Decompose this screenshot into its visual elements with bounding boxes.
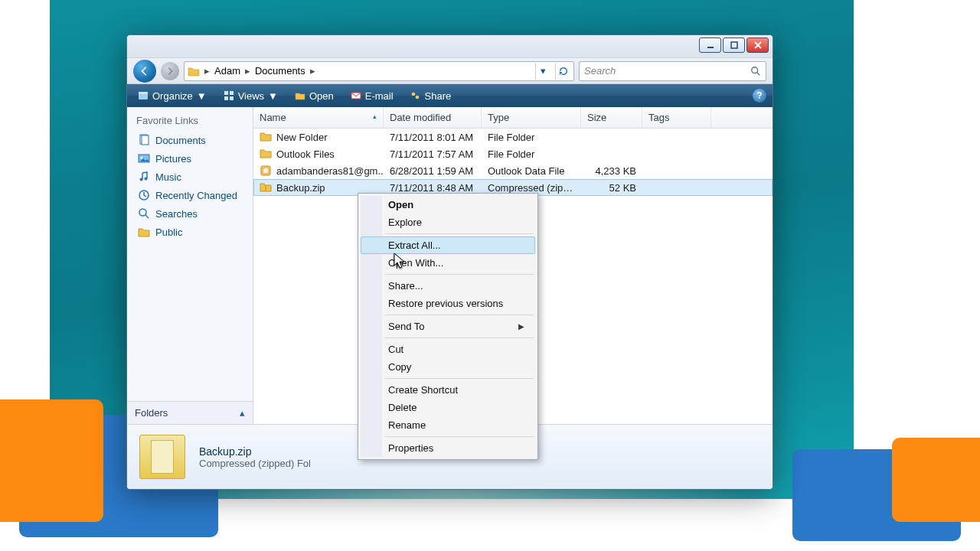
column-headers[interactable]: Name Date modified Type Size Tags: [253, 107, 773, 129]
col-tags[interactable]: Tags: [642, 107, 711, 128]
sidebar: Favorite Links DocumentsPicturesMusicRec…: [127, 107, 253, 424]
svg-point-10: [411, 93, 415, 96]
search-placeholder: Search: [584, 65, 750, 77]
svg-rect-6: [230, 91, 234, 95]
context-item-send-to[interactable]: Send To▶: [361, 318, 535, 335]
views-button[interactable]: Views▼: [219, 88, 283, 104]
zip-icon: [260, 181, 272, 194]
context-menu[interactable]: OpenExploreExtract All...Open With...Sha…: [358, 193, 538, 460]
context-separator: [385, 337, 534, 338]
col-date[interactable]: Date modified: [384, 107, 482, 128]
share-icon: [410, 90, 421, 101]
refresh-button[interactable]: [555, 63, 570, 80]
svg-rect-0: [707, 47, 714, 48]
file-row[interactable]: Outlook Files7/11/2011 7:57 AMFile Folde…: [253, 145, 773, 162]
command-bar: Organize▼ Views▼ Open E-mail Share ?: [127, 84, 773, 107]
context-item-rename[interactable]: Rename: [361, 416, 535, 434]
address-dropdown[interactable]: ▾: [535, 63, 550, 80]
svg-rect-4: [139, 92, 148, 94]
back-button[interactable]: [133, 60, 156, 83]
context-item-restore-previous-versions[interactable]: Restore previous versions: [361, 295, 535, 312]
breadcrumb-part[interactable]: Adam: [214, 65, 240, 77]
folder-icon: [260, 148, 272, 160]
context-item-share[interactable]: Share...: [361, 277, 535, 295]
open-icon: [295, 90, 305, 101]
search-box[interactable]: Search: [579, 61, 766, 81]
context-item-extract-all[interactable]: Extract All...: [361, 236, 535, 254]
music-icon: [138, 171, 150, 183]
col-name[interactable]: Name: [253, 107, 384, 128]
svg-rect-22: [265, 185, 266, 191]
folder-icon: [188, 66, 200, 77]
context-separator: [385, 378, 534, 379]
svg-point-19: [139, 209, 146, 216]
context-item-create-shortcut[interactable]: Create Shortcut: [361, 381, 535, 399]
details-filename: Backup.zip: [199, 445, 311, 458]
file-row[interactable]: New Folder7/11/2011 8:01 AMFile Folder: [253, 129, 773, 145]
folder-icon: [138, 226, 150, 238]
file-row[interactable]: adambanderas81@gm...6/28/2011 1:59 AMOut…: [253, 162, 773, 179]
context-item-explore[interactable]: Explore: [361, 214, 535, 231]
organize-button[interactable]: Organize▼: [133, 88, 211, 104]
favorite-links-header: Favorite Links: [127, 107, 253, 131]
svg-rect-8: [230, 96, 234, 100]
sidebar-item-pictures[interactable]: Pictures: [127, 149, 253, 168]
close-button[interactable]: [746, 37, 769, 53]
svg-point-2: [752, 67, 758, 73]
col-size[interactable]: Size: [581, 107, 642, 128]
search-icon: [750, 66, 761, 77]
refresh-icon: [558, 66, 569, 77]
context-item-copy[interactable]: Copy: [361, 358, 535, 376]
details-subtitle: Compressed (zipped) Fol: [199, 458, 311, 469]
context-item-open-with[interactable]: Open With...: [361, 254, 535, 272]
context-item-cut[interactable]: Cut: [361, 341, 535, 358]
maximize-button[interactable]: [723, 37, 745, 53]
context-separator: [385, 315, 534, 315]
pictures-icon: [138, 152, 150, 165]
context-separator: [385, 274, 534, 275]
sidebar-item-music[interactable]: Music: [127, 168, 253, 186]
navigation-bar: ▸ Adam ▸ Documents ▸ ▾ Search: [127, 58, 773, 84]
search-icon: [138, 207, 150, 220]
submenu-arrow-icon: ▶: [518, 322, 524, 331]
svg-point-17: [145, 178, 148, 181]
sidebar-item-public[interactable]: Public: [127, 223, 253, 241]
svg-rect-5: [224, 91, 228, 95]
svg-point-21: [263, 168, 268, 173]
share-button[interactable]: Share: [406, 88, 456, 104]
svg-rect-13: [142, 135, 149, 145]
folder-icon: [260, 131, 272, 143]
open-button[interactable]: Open: [290, 88, 338, 104]
svg-rect-1: [731, 42, 737, 48]
views-icon: [224, 90, 234, 101]
sidebar-item-documents[interactable]: Documents: [127, 131, 253, 149]
minimize-button[interactable]: [699, 37, 721, 53]
forward-button[interactable]: [161, 62, 179, 80]
zip-thumbnail-icon: [139, 435, 185, 479]
breadcrumb-part[interactable]: Documents: [255, 65, 305, 77]
svg-point-11: [415, 96, 419, 99]
sidebar-item-recently-changed[interactable]: Recently Changed: [127, 186, 253, 204]
context-separator: [385, 233, 534, 234]
context-separator: [385, 436, 534, 437]
mail-icon: [351, 90, 361, 101]
sidebar-item-searches[interactable]: Searches: [127, 204, 253, 223]
help-button[interactable]: ?: [753, 89, 766, 103]
context-item-open[interactable]: Open: [361, 196, 535, 214]
context-item-properties[interactable]: Properties: [361, 439, 535, 457]
mouse-cursor-icon: [394, 253, 407, 273]
svg-rect-7: [224, 96, 228, 100]
svg-point-15: [141, 157, 143, 159]
titlebar[interactable]: [127, 35, 773, 58]
organize-icon: [138, 90, 149, 101]
arrow-left-icon: [139, 66, 150, 77]
email-button[interactable]: E-mail: [346, 88, 398, 104]
address-bar[interactable]: ▸ Adam ▸ Documents ▸ ▾: [184, 61, 574, 81]
col-type[interactable]: Type: [482, 107, 581, 128]
context-item-delete[interactable]: Delete: [361, 399, 535, 416]
svg-point-16: [140, 178, 143, 181]
pst-icon: [260, 165, 272, 177]
documents-icon: [138, 134, 150, 146]
folders-toggle[interactable]: Folders ▴: [127, 401, 253, 424]
arrow-right-icon: [165, 66, 175, 77]
